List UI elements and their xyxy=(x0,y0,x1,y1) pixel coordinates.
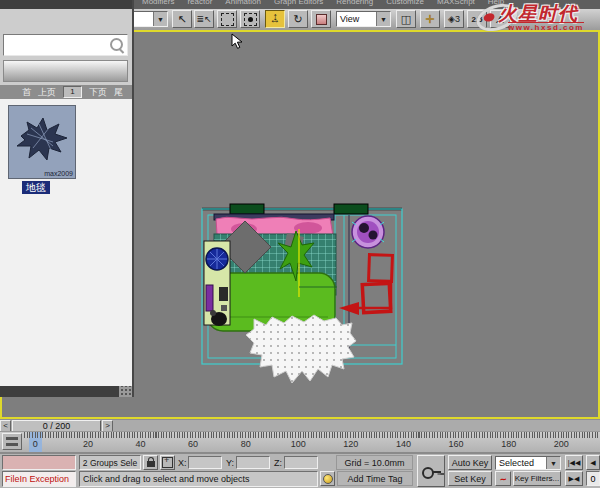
dropdown-arrow-icon[interactable]: ▼ xyxy=(153,12,167,26)
monitor-object[interactable] xyxy=(219,287,228,301)
dropdown-arrow-icon[interactable]: ▼ xyxy=(546,457,560,469)
isolate-toggle-button[interactable] xyxy=(320,471,335,486)
resize-grip[interactable] xyxy=(119,386,132,397)
move-icon: ↔↕ xyxy=(270,13,281,25)
pouf-cushion xyxy=(369,231,378,240)
crosshair-icon xyxy=(162,457,173,468)
select-object-button[interactable]: ↖ xyxy=(172,10,192,28)
menu-item[interactable]: Graph Editors xyxy=(274,0,323,6)
auto-key-button[interactable]: Auto Key xyxy=(448,455,492,470)
coord-system-value: View xyxy=(340,14,359,24)
window-left[interactable] xyxy=(230,204,264,214)
tick-label: 40 xyxy=(114,439,167,449)
page-last-button[interactable]: 尾 xyxy=(114,86,123,99)
tick-label: 200 xyxy=(535,439,588,449)
pouf-cushion xyxy=(359,223,369,233)
page-first-button[interactable]: 首 xyxy=(22,86,31,99)
rug-thumbnail[interactable]: max2009 xyxy=(8,105,76,179)
page-number-field[interactable]: 1 xyxy=(63,86,82,98)
previous-frame-button[interactable]: ◀ xyxy=(586,455,600,470)
track-bar[interactable]: 020406080100120140160180200 xyxy=(0,431,600,453)
default-in-out-tangents-button[interactable]: ~ xyxy=(495,471,511,486)
selected-chair-1[interactable] xyxy=(369,255,393,282)
menu-item[interactable]: Animation xyxy=(225,0,261,6)
rectangular-selection-region-button[interactable] xyxy=(217,10,237,28)
dashed-rect-dot-icon xyxy=(244,13,257,26)
z-coordinate-field[interactable] xyxy=(284,456,318,469)
use-pivot-center-button[interactable]: ◫ xyxy=(396,10,416,28)
current-frame-field[interactable] xyxy=(586,471,600,486)
menu-item[interactable]: Modifiers xyxy=(142,0,174,6)
go-to-start-button[interactable]: |◀◀ xyxy=(565,455,583,470)
menu-item[interactable]: reactor xyxy=(187,0,212,6)
manipulate-icon: ✛ xyxy=(425,13,434,26)
tick-label: 160 xyxy=(430,439,483,449)
small-object-2[interactable] xyxy=(210,310,216,316)
search-input[interactable] xyxy=(6,37,110,53)
search-box[interactable] xyxy=(3,34,128,56)
previous-frame-icon: ◀ xyxy=(590,459,595,467)
snap-25d-button[interactable]: 2.5 xyxy=(467,10,487,28)
add-time-tag[interactable]: Add Time Tag xyxy=(337,471,413,486)
menu-item[interactable]: Customize xyxy=(386,0,424,6)
mini-curve-editor-button[interactable] xyxy=(2,433,22,450)
x-coordinate-field[interactable] xyxy=(188,456,222,469)
page-next-button[interactable]: 下页 xyxy=(89,86,107,99)
search-icon[interactable] xyxy=(110,38,123,51)
menu-item[interactable]: Help xyxy=(488,0,504,6)
z-label: Z: xyxy=(274,458,282,468)
select-and-rotate-button[interactable]: ↻ xyxy=(288,10,308,28)
y-coordinate-field[interactable] xyxy=(236,456,270,469)
dropdown-arrow-icon[interactable]: ▼ xyxy=(376,12,390,26)
set-keys-button[interactable] xyxy=(417,455,445,487)
maxscript-listener[interactable] xyxy=(2,455,76,470)
pagination-bar: 首 上页 1 下页 尾 xyxy=(0,85,132,99)
menu-item[interactable]: MAXScript xyxy=(437,0,475,6)
pillow-shade xyxy=(294,222,322,234)
snap-3d-icon: ◈3 xyxy=(448,14,460,24)
selection-lock-button[interactable] xyxy=(143,455,158,470)
select-arrow-icon: ↖ xyxy=(177,13,186,26)
reference-coordinate-system-dropdown[interactable]: View ▼ xyxy=(336,11,391,27)
grid-size-display: Grid = 10.0mm xyxy=(336,455,413,470)
selection-status-field: 2 Groups Sele xyxy=(79,455,141,470)
set-key-button[interactable]: Set Key xyxy=(448,471,492,486)
y-label: Y: xyxy=(226,458,234,468)
prompt-line: Click and drag to select and move object… xyxy=(79,471,318,487)
window-right[interactable] xyxy=(334,204,368,214)
purple-object[interactable] xyxy=(206,285,213,311)
thumbnail-label-selected[interactable]: 地毯 xyxy=(22,181,50,194)
maxscript-listener-output[interactable]: FileIn Exception xyxy=(2,471,76,487)
tick-label: 140 xyxy=(377,439,430,449)
status-bar: FileIn Exception 2 Groups Sele X: Y: Z: … xyxy=(0,453,600,488)
select-and-scale-button[interactable] xyxy=(311,10,331,28)
panel-bottom-bar xyxy=(0,386,132,397)
select-and-manipulate-button[interactable]: ✛ xyxy=(420,10,440,28)
go-to-start-icon: |◀◀ xyxy=(568,459,581,467)
dashed-rect-icon xyxy=(221,13,234,26)
thumbnail-watermark: max2009 xyxy=(44,170,73,177)
lock-icon xyxy=(147,461,155,467)
chair-spokes xyxy=(207,249,227,269)
angle-snap-button[interactable]: ∠ xyxy=(490,10,510,28)
key-mode-value: Selected xyxy=(499,458,534,468)
snap-toggle-button[interactable]: ◈3 xyxy=(444,10,464,28)
menu-item[interactable]: Rendering xyxy=(336,0,373,6)
tick-label: 120 xyxy=(325,439,378,449)
page-prev-button[interactable]: 上页 xyxy=(38,86,56,99)
3dsmax-window: ModifiersreactorAnimationGraph EditorsRe… xyxy=(0,0,600,488)
absolute-offset-toggle-button[interactable] xyxy=(160,455,175,470)
selection-filter-dropdown[interactable]: ▼ xyxy=(132,11,168,27)
thumbnail-gallery: max2009 地毯 xyxy=(0,99,132,386)
small-object[interactable] xyxy=(221,305,227,311)
key-filters-button[interactable]: Key Filters... xyxy=(513,471,561,486)
key-icon xyxy=(422,467,440,476)
window-crossing-button[interactable] xyxy=(240,10,260,28)
key-mode-toggle-button[interactable]: ▶◀ xyxy=(565,471,583,486)
panel-title-bar[interactable] xyxy=(0,0,132,9)
rotate-icon: ↻ xyxy=(293,13,302,26)
list-cursor-icon: ≣↖ xyxy=(196,14,211,24)
key-mode-dropdown[interactable]: Selected ▼ xyxy=(495,456,561,470)
select-and-move-button[interactable]: ↔↕ xyxy=(265,10,285,28)
select-by-name-button[interactable]: ≣↖ xyxy=(194,10,214,28)
